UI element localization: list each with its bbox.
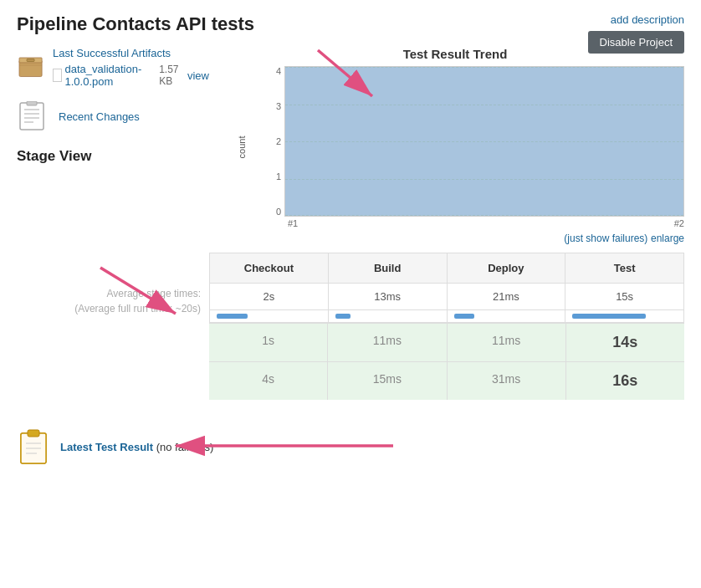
stage-view-title: Stage View	[17, 148, 209, 165]
y-axis-2: 2	[268, 136, 281, 146]
enlarge-link[interactable]: enlarge	[651, 233, 684, 244]
arrow-to-trend	[301, 42, 402, 109]
y-axis-4: 4	[268, 66, 281, 76]
file-icon	[53, 69, 61, 82]
avg-deploy: 21ms	[448, 284, 566, 310]
y-axis-0: 0	[268, 207, 281, 217]
progress-checkout	[209, 310, 329, 323]
arrow-to-stage-view	[92, 259, 192, 326]
recent-changes-link[interactable]: Recent Changes	[59, 110, 140, 123]
chart-y-label: count	[237, 136, 247, 159]
col-build: Build	[329, 253, 448, 284]
svg-rect-9	[27, 101, 37, 105]
svg-line-19	[100, 268, 176, 314]
latest-test-result-link[interactable]: Latest Test Result	[60, 441, 153, 453]
y-axis-1: 1	[268, 171, 281, 182]
artifact-file-link[interactable]: data_validation-1.0.0.pom	[65, 63, 153, 88]
col-deploy: Deploy	[448, 253, 566, 284]
add-description-link[interactable]: add description	[611, 13, 684, 26]
build-1-deploy: 31ms	[448, 362, 566, 400]
arrow-to-latest-test	[159, 425, 410, 467]
progress-deploy	[448, 310, 566, 323]
artifact-size: 1.57 KB	[159, 64, 184, 87]
avg-checkout: 2s	[209, 284, 329, 310]
clipboard-icon	[17, 428, 50, 465]
build-1-build: 15ms	[328, 362, 447, 400]
page-title: Pipeline Contacts API tests	[17, 13, 684, 35]
svg-rect-12	[28, 430, 39, 437]
artifacts-icon	[17, 47, 44, 84]
build-2-deploy: 11ms	[448, 324, 566, 361]
col-checkout: Checkout	[209, 253, 329, 284]
x-axis-label-1: #1	[288, 218, 298, 228]
last-successful-artifacts-link[interactable]: Last Successful Artifacts	[53, 47, 171, 59]
recent-changes-icon	[17, 101, 50, 131]
build-1-test: 16s	[566, 362, 684, 400]
col-test: Test	[565, 253, 684, 284]
progress-build	[329, 310, 448, 323]
build-2-build: 11ms	[328, 324, 447, 361]
avg-build: 13ms	[329, 284, 448, 310]
artifact-view-link[interactable]: view	[187, 69, 209, 82]
progress-test	[565, 310, 684, 323]
y-axis-3: 3	[268, 101, 281, 111]
svg-rect-2	[27, 59, 34, 61]
build-2-checkout: 1s	[209, 324, 328, 361]
just-show-failures-link[interactable]: (just show failures)	[564, 233, 647, 244]
build-1-checkout: 4s	[209, 362, 328, 400]
disable-project-button[interactable]: Disable Project	[588, 31, 684, 54]
x-axis-label-2: #2	[674, 218, 684, 228]
build-2-test: 14s	[566, 324, 684, 361]
svg-line-21	[318, 50, 372, 96]
avg-test: 15s	[565, 284, 684, 310]
svg-rect-4	[20, 103, 43, 130]
